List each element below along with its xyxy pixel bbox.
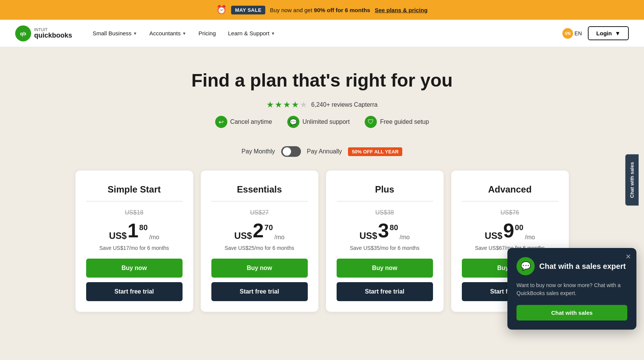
banner-text-bold: 90% off for 6 months (314, 7, 370, 13)
chat-popup-body: Want to buy now or know more? Chat with … (516, 281, 627, 297)
pay-annually-label: Pay Annually (307, 148, 342, 155)
price-period: /mo (525, 234, 535, 240)
plan-name: Essentials (211, 184, 308, 202)
buy-now-button[interactable]: Buy now (211, 259, 308, 278)
chat-avatar-icon: 💬 (516, 257, 535, 275)
logo-icon: qb (15, 25, 31, 41)
close-icon[interactable]: ✕ (625, 253, 631, 261)
svg-text:qb: qb (20, 31, 26, 36)
logo[interactable]: qb INTUIT quickbooks (15, 25, 72, 41)
current-price: US$ 3 80 /mo (337, 221, 433, 240)
chat-with-sales-button[interactable]: Chat with sales (516, 305, 627, 321)
price-period: /mo (274, 234, 285, 240)
original-price: US$27 (211, 209, 308, 216)
price-cents: 00 (515, 224, 523, 231)
plan-essentials: Essentials US$27 US$ 2 70 /mo Save US$25… (201, 171, 318, 312)
current-price: US$ 2 70 /mo (211, 221, 308, 240)
price-amount: 2 (253, 221, 264, 240)
free-guided-setup-icon: 🛡 (365, 116, 377, 128)
pricing-cards: Simple Start US$18 US$ 1 80 /mo Save US$… (76, 171, 569, 312)
chevron-down-icon: ▼ (182, 31, 186, 36)
billing-toggle-section: Pay Monthly Pay Annually 50% OFF ALL YEA… (15, 146, 629, 157)
may-sale-badge: MAY SALE (231, 6, 265, 14)
page-title: Find a plan that's right for you (15, 70, 629, 91)
hero-section: Find a plan that's right for you ★★★★★ 6… (15, 70, 629, 128)
chevron-down-icon: ▼ (271, 31, 275, 36)
unlimited-support-icon: 💬 (287, 116, 299, 128)
nav-right: VN EN Login ▼ (562, 26, 629, 40)
price-amount: 1 (128, 221, 139, 240)
nav-accountants[interactable]: Accountants ▼ (144, 27, 191, 39)
buy-now-button[interactable]: Buy now (337, 259, 433, 278)
plan-name: Advanced (462, 184, 558, 202)
price-period: /mo (400, 234, 410, 240)
start-free-trial-button[interactable]: Start free trial (337, 282, 433, 301)
price-amount: 3 (378, 221, 389, 240)
feature-cancel-anytime: ↩ Cancel anytime (215, 116, 272, 128)
top-banner: ⏰ MAY SALE Buy now and get 90% off for 6… (0, 0, 644, 20)
reviews-row: ★★★★★ 6,240+ reviews Capterra (15, 100, 629, 110)
plan-simple-start: Simple Start US$18 US$ 1 80 /mo Save US$… (76, 171, 193, 312)
original-price: US$38 (337, 209, 433, 216)
current-price: US$ 9 00 /mo (462, 221, 558, 240)
cancel-anytime-icon: ↩ (215, 116, 227, 128)
currency: US$ (485, 231, 502, 240)
star-rating: ★★★★★ (266, 100, 308, 110)
price-cents: 80 (390, 224, 398, 231)
savings-text: Save US$35/mo for 6 months (337, 245, 433, 251)
buy-now-button[interactable]: Buy now (86, 259, 183, 278)
features-row: ↩ Cancel anytime 💬 Unlimited support 🛡 F… (15, 116, 629, 128)
login-button[interactable]: Login ▼ (588, 26, 629, 40)
original-price: US$76 (462, 209, 558, 216)
nav-small-business[interactable]: Small Business ▼ (87, 27, 142, 39)
chat-popup: ✕ 💬 Chat with a sales expert Want to buy… (507, 248, 636, 330)
plan-name: Plus (337, 184, 433, 202)
navbar: qb INTUIT quickbooks Small Business ▼ Ac… (0, 20, 644, 47)
logo-quickbooks: quickbooks (34, 32, 72, 39)
nav-learn-support[interactable]: Learn & Support ▼ (223, 27, 280, 39)
savings-text: Save US$17/mo for 6 months (86, 245, 183, 251)
chat-popup-header: 💬 Chat with a sales expert (516, 257, 627, 275)
logo-intuit: INTUIT (34, 27, 72, 32)
currency: US$ (109, 231, 127, 240)
logo-text: INTUIT quickbooks (34, 27, 72, 39)
currency: US$ (359, 231, 377, 240)
billing-toggle[interactable] (281, 146, 301, 157)
reviews-text: 6,240+ reviews Capterra (311, 101, 378, 108)
start-free-trial-button[interactable]: Start free trial (86, 282, 183, 301)
chevron-down-icon: ▼ (615, 30, 620, 36)
alarm-icon: ⏰ (216, 5, 227, 15)
discount-badge: 50% OFF ALL YEAR (348, 147, 402, 156)
chevron-down-icon: ▼ (133, 31, 137, 36)
feature-unlimited-support: 💬 Unlimited support (287, 116, 350, 128)
original-price: US$18 (86, 209, 183, 216)
savings-text: Save US$25/mo for 6 months (211, 245, 308, 251)
price-cents: 80 (139, 224, 148, 231)
lang-icon: VN (562, 28, 573, 39)
plan-plus: Plus US$38 US$ 3 80 /mo Save US$35/mo fo… (326, 171, 444, 312)
nav-pricing[interactable]: Pricing (193, 27, 221, 39)
banner-text: Buy now and get 90% off for 6 months (270, 7, 370, 13)
nav-links: Small Business ▼ Accountants ▼ Pricing L… (87, 27, 562, 39)
currency: US$ (234, 231, 252, 240)
see-plans-link[interactable]: See plans & pricing (375, 7, 427, 13)
start-free-trial-button[interactable]: Start free trial (211, 282, 308, 301)
toggle-knob (283, 147, 291, 156)
language-selector[interactable]: VN EN (562, 28, 582, 39)
banner-text-before: Buy now and get (270, 7, 314, 13)
feature-free-guided-setup: 🛡 Free guided setup (365, 116, 429, 128)
price-amount: 9 (503, 221, 514, 240)
chat-popup-title: Chat with a sales expert (539, 262, 626, 271)
chat-side-tab[interactable]: Chat with sales (625, 155, 639, 206)
plan-name: Simple Start (86, 184, 183, 202)
pay-monthly-label: Pay Monthly (242, 148, 275, 155)
current-price: US$ 1 80 /mo (86, 221, 183, 240)
price-cents: 70 (265, 224, 273, 231)
price-period: /mo (149, 234, 159, 240)
